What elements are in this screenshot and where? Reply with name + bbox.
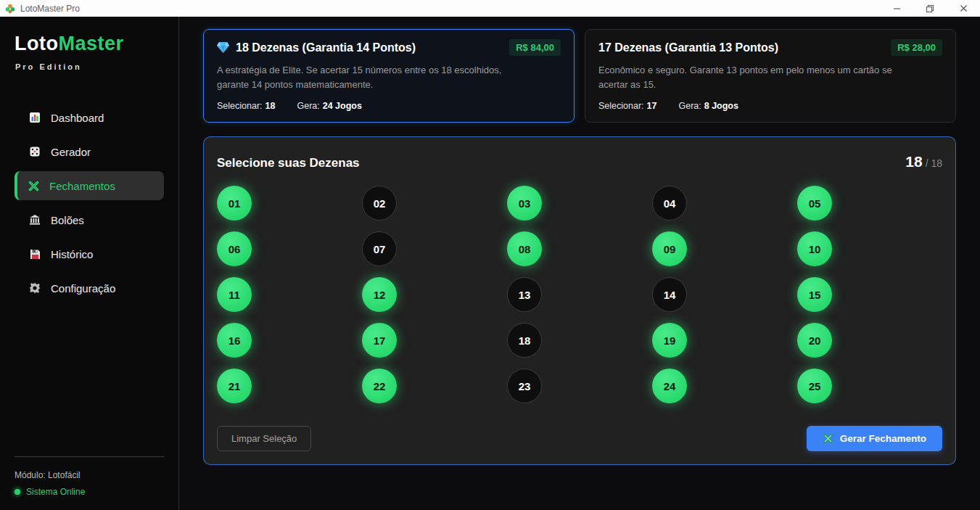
card-18-dezenas[interactable]: 18 Dezenas (Garantia 14 Pontos) R$ 84,00… xyxy=(203,29,575,123)
window-title: LotoMaster Pro xyxy=(20,4,80,14)
card-title: 17 Dezenas (Garantia 13 Pontos) xyxy=(598,41,778,54)
number-ball-18[interactable]: 18 xyxy=(507,323,542,358)
app-clover-icon xyxy=(5,4,15,14)
number-ball-12[interactable]: 12 xyxy=(362,277,397,312)
select-value: 18 xyxy=(265,101,276,111)
gera-label: Gera: xyxy=(297,101,319,111)
card-description: Econômico e seguro. Garante 13 pontos em… xyxy=(598,63,915,92)
number-ball-07[interactable]: 07 xyxy=(362,231,397,266)
card-description: A estratégia de Elite. Se acertar 15 núm… xyxy=(217,63,533,92)
app-logo: LotoMaster xyxy=(0,33,178,55)
module-label: Módulo: Lotofácil xyxy=(15,470,164,480)
number-ball-09[interactable]: 09 xyxy=(652,231,687,266)
panel-footer: Limpar Seleção Gerar Fechamento xyxy=(217,426,942,451)
count-selected: 18 xyxy=(905,153,922,170)
number-ball-10[interactable]: 10 xyxy=(797,231,832,266)
selection-counter: 18/ 18 xyxy=(905,153,942,170)
sidebar-item-boloes[interactable]: Bolões xyxy=(15,205,164,234)
logo-part2: Master xyxy=(58,33,123,54)
close-button[interactable] xyxy=(947,0,980,17)
number-ball-17[interactable]: 17 xyxy=(362,323,397,358)
price-badge: R$ 84,00 xyxy=(509,39,561,56)
number-ball-11[interactable]: 11 xyxy=(217,277,252,312)
sidebar-item-gerador[interactable]: Gerador xyxy=(15,137,164,166)
card-meta: Selecionar:18 Gera:24 Jogos xyxy=(217,101,561,111)
sidebar-item-label: Bolões xyxy=(51,214,84,226)
sidebar-item-fechamentos[interactable]: Fechamentos xyxy=(15,171,164,200)
number-ball-21[interactable]: 21 xyxy=(217,369,252,403)
system-status: Sistema Online xyxy=(15,487,164,497)
number-grid: 0102030405060708091011121314151617181920… xyxy=(217,186,942,403)
gear-icon xyxy=(28,281,41,295)
number-ball-16[interactable]: 16 xyxy=(217,323,252,358)
online-dot-icon xyxy=(15,489,20,495)
restore-button[interactable] xyxy=(913,0,947,17)
number-ball-01[interactable]: 01 xyxy=(217,186,252,221)
minimize-button[interactable] xyxy=(880,0,913,17)
number-ball-13[interactable]: 13 xyxy=(507,277,542,312)
logo-part1: Loto xyxy=(15,33,58,54)
selection-panel: Selecione suas Dezenas 18/ 18 0102030405… xyxy=(203,136,956,465)
sidebar-item-historico[interactable]: Histórico xyxy=(15,239,164,268)
number-ball-19[interactable]: 19 xyxy=(652,323,687,358)
sidebar-item-configuracao[interactable]: Configuração xyxy=(15,273,164,303)
number-ball-08[interactable]: 08 xyxy=(507,231,542,266)
generate-fechamento-button[interactable]: Gerar Fechamento xyxy=(807,426,942,451)
main-content: 18 Dezenas (Garantia 14 Pontos) R$ 84,00… xyxy=(179,17,980,510)
generate-button-label: Gerar Fechamento xyxy=(840,433,926,444)
number-ball-24[interactable]: 24 xyxy=(652,369,687,403)
card-title: 18 Dezenas (Garantia 14 Pontos) xyxy=(236,41,416,54)
sidebar-nav: Dashboard Gerador Fechamentos Bolões xyxy=(0,103,178,303)
sidebar-item-dashboard[interactable]: Dashboard xyxy=(15,103,164,132)
bar-chart-icon xyxy=(28,111,41,124)
number-ball-04[interactable]: 04 xyxy=(652,186,687,221)
sidebar: LotoMaster Pro Edition Dashboard Gerador xyxy=(0,17,179,510)
number-ball-14[interactable]: 14 xyxy=(652,277,687,312)
green-cross-icon xyxy=(27,179,40,192)
number-ball-03[interactable]: 03 xyxy=(507,186,542,221)
price-badge: R$ 28,00 xyxy=(891,39,942,56)
green-cross-icon xyxy=(823,433,833,444)
sidebar-footer: Módulo: Lotofácil Sistema Online xyxy=(15,456,164,497)
number-ball-05[interactable]: 05 xyxy=(797,186,832,221)
number-ball-23[interactable]: 23 xyxy=(507,369,542,403)
select-label: Selecionar: xyxy=(217,101,263,111)
floppy-icon xyxy=(28,247,41,260)
sidebar-item-label: Gerador xyxy=(51,146,91,158)
bank-icon xyxy=(28,213,41,226)
clear-selection-button[interactable]: Limpar Seleção xyxy=(217,426,311,451)
count-total: / 18 xyxy=(926,157,942,169)
gera-value: 24 Jogos xyxy=(323,101,362,111)
select-label: Selecionar: xyxy=(598,101,644,111)
dice-icon xyxy=(28,145,41,158)
restore-icon xyxy=(926,4,934,13)
gera-value: 8 Jogos xyxy=(704,101,738,111)
logo-subtitle: Pro Edition xyxy=(0,62,178,71)
sidebar-item-label: Configuração xyxy=(51,282,115,295)
gera-label: Gera: xyxy=(678,101,701,111)
number-ball-25[interactable]: 25 xyxy=(797,369,832,403)
select-value: 17 xyxy=(647,101,657,111)
number-ball-15[interactable]: 15 xyxy=(797,277,832,312)
strategy-cards: 18 Dezenas (Garantia 14 Pontos) R$ 84,00… xyxy=(203,29,956,123)
card-meta: Selecionar:17 Gera:8 Jogos xyxy=(598,101,942,111)
status-label: Sistema Online xyxy=(26,487,85,497)
number-ball-02[interactable]: 02 xyxy=(362,186,397,221)
card-17-dezenas[interactable]: 17 Dezenas (Garantia 13 Pontos) R$ 28,00… xyxy=(585,29,956,123)
number-ball-20[interactable]: 20 xyxy=(797,323,832,358)
close-icon xyxy=(960,4,968,12)
sidebar-item-label: Fechamentos xyxy=(49,180,115,192)
sidebar-item-label: Histórico xyxy=(51,248,93,260)
window-titlebar: LotoMaster Pro xyxy=(0,0,980,17)
number-ball-06[interactable]: 06 xyxy=(217,231,252,266)
panel-title: Selecione suas Dezenas xyxy=(217,156,360,170)
minimize-icon xyxy=(893,4,901,12)
sidebar-item-label: Dashboard xyxy=(51,112,104,124)
diamond-icon xyxy=(217,42,229,53)
number-ball-22[interactable]: 22 xyxy=(362,369,397,403)
